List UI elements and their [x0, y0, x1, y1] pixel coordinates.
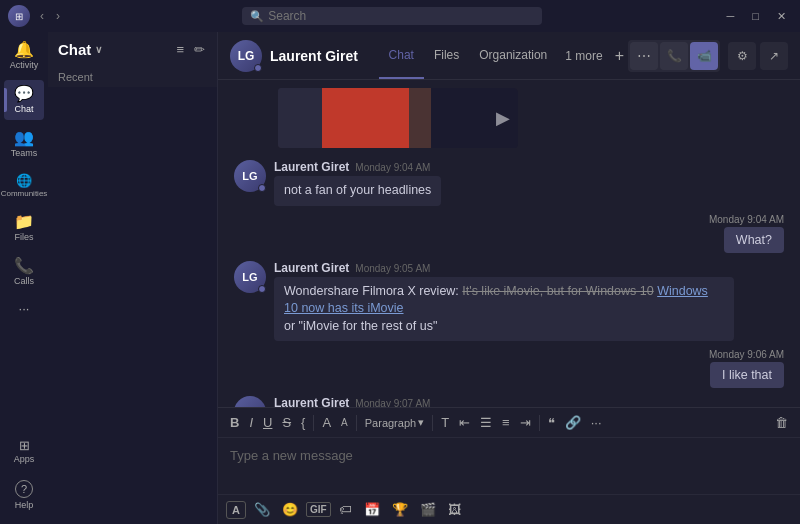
sidebar: 🔔 Activity 💬 Chat 👥 Teams 🌐 Communities …	[0, 32, 48, 524]
praise-button[interactable]: 🏆	[388, 499, 412, 520]
schedule-meeting-button[interactable]: 📅	[360, 499, 384, 520]
quote-button[interactable]: ❝	[544, 412, 559, 433]
message-bubble: Wondershare Filmora X review: It's like …	[274, 277, 734, 342]
sidebar-item-help[interactable]: ? Help	[4, 474, 44, 516]
tab-more[interactable]: 1 more	[557, 49, 610, 63]
message-text-second-line: or "iMovie for the rest of us"	[284, 319, 437, 333]
chat-list-header: Chat ∨ ≡ ✏	[48, 32, 217, 67]
forward-button[interactable]: ›	[52, 7, 64, 25]
popout-button[interactable]: ↗	[760, 42, 788, 70]
teams-icon: 👥	[14, 130, 34, 146]
more-format-button[interactable]: ···	[587, 412, 606, 433]
own-message-group: Monday 9:06 AM I like that	[234, 349, 784, 388]
message-avatar: LG	[234, 396, 266, 407]
maximize-button[interactable]: □	[746, 8, 765, 24]
message-content: Laurent Giret Monday 9:07 AM iPhone 12 P…	[274, 396, 734, 407]
outdent-button[interactable]: ⇤	[455, 412, 474, 433]
titlebar: ⊞ ‹ › 🔍 ─ □ ✕	[0, 0, 800, 32]
activity-icon: 🔔	[14, 42, 34, 58]
indent-button[interactable]: {	[297, 412, 309, 433]
search-icon: 🔍	[250, 10, 264, 23]
tab-organization-label: Organization	[479, 48, 547, 62]
online-dot	[258, 184, 266, 192]
compose-button[interactable]: ✏	[192, 40, 207, 59]
sidebar-item-label: Activity	[10, 60, 39, 70]
compose-input-area[interactable]: Type a new message	[218, 438, 800, 494]
filter-button[interactable]: ≡	[174, 40, 186, 59]
italic-button[interactable]: I	[245, 412, 257, 433]
minimize-button[interactable]: ─	[721, 8, 741, 24]
indent-right-button[interactable]: ⇥	[516, 412, 535, 433]
numbered-list-button[interactable]: ≡	[498, 412, 514, 433]
search-input[interactable]	[268, 9, 534, 23]
attach-button[interactable]: 📎	[250, 499, 274, 520]
tab-add-button[interactable]: +	[611, 47, 628, 65]
back-button[interactable]: ‹	[36, 7, 48, 25]
compose-bottom: A 📎 😊 GIF 🏷 📅 🏆 🎬 🖼	[218, 494, 800, 524]
recent-label: Recent	[48, 67, 217, 87]
message-group: LG Laurent Giret Monday 9:07 AM iPhone 1…	[234, 396, 784, 407]
emoji-button[interactable]: 😊	[278, 499, 302, 520]
user-avatar: ⊞	[8, 5, 30, 27]
chat-list-content[interactable]	[48, 87, 217, 524]
files-icon: 📁	[14, 214, 34, 230]
titlebar-right: ─ □ ✕	[721, 8, 792, 25]
chat-contact-name: Laurent Giret	[270, 48, 358, 64]
bullet-list-button[interactable]: ☰	[476, 412, 496, 433]
chat-contact-avatar: LG	[230, 40, 262, 72]
chat-icon: 💬	[14, 86, 34, 102]
chat-header-user: LG Laurent Giret	[230, 40, 375, 72]
strikethrough-button[interactable]: S	[278, 412, 295, 433]
shared-image: ▶	[278, 88, 518, 148]
close-button[interactable]: ✕	[771, 8, 792, 25]
sidebar-item-communities[interactable]: 🌐 Communities	[4, 168, 44, 204]
message-group: LG Laurent Giret Monday 9:04 AM not a fa…	[234, 160, 784, 206]
sidebar-item-label: Files	[14, 232, 33, 242]
own-message-content: Monday 9:04 AM What?	[709, 214, 784, 253]
more-options-button[interactable]: ⋯	[630, 42, 658, 70]
sticker-button[interactable]: 🏷	[335, 499, 356, 520]
help-icon: ?	[15, 480, 33, 498]
settings-button[interactable]: ⚙	[728, 42, 756, 70]
underline-button[interactable]: U	[259, 412, 276, 433]
main-layout: 🔔 Activity 💬 Chat 👥 Teams 🌐 Communities …	[0, 32, 800, 524]
sidebar-item-apps[interactable]: ⊞ Apps	[4, 433, 44, 470]
sidebar-item-label: Chat	[14, 104, 33, 114]
sidebar-item-more[interactable]: ···	[4, 296, 44, 321]
tab-files[interactable]: Files	[424, 32, 469, 79]
bold-button[interactable]: B	[226, 412, 243, 433]
audio-call-button[interactable]: 📞	[660, 42, 688, 70]
text-format-button[interactable]: T	[437, 412, 453, 433]
message-content: Laurent Giret Monday 9:05 AM Wondershare…	[274, 261, 734, 342]
sidebar-item-chat[interactable]: 💬 Chat	[4, 80, 44, 120]
sidebar-item-label: Calls	[14, 276, 34, 286]
own-message-group: Monday 9:04 AM What?	[234, 214, 784, 253]
font-color-button[interactable]: A	[318, 412, 335, 433]
sidebar-item-teams[interactable]: 👥 Teams	[4, 124, 44, 164]
discard-button[interactable]: 🗑	[771, 412, 792, 433]
own-message-time: Monday 9:04 AM	[709, 214, 784, 225]
compose-area: B I U S { A A Paragraph ▾ T ⇤ ☰ ≡ ⇥ ❝ 🔗 …	[218, 407, 800, 524]
tab-chat[interactable]: Chat	[379, 32, 424, 79]
message-avatar: LG	[234, 160, 266, 192]
message-text-strike: It's like iMovie, but for Windows 10	[462, 284, 653, 298]
sidebar-item-files[interactable]: 📁 Files	[4, 208, 44, 248]
sidebar-item-label: Apps	[14, 454, 35, 464]
stream-button[interactable]: 🎬	[416, 499, 440, 520]
chat-header-tabs: Chat Files Organization 1 more +	[379, 32, 628, 79]
chat-header-actions: ⋯ 📞 📹 ⚙ ↗	[628, 40, 788, 72]
link-button[interactable]: 🔗	[561, 412, 585, 433]
tab-chat-label: Chat	[389, 48, 414, 62]
avatar-initials: LG	[238, 49, 255, 63]
image-button[interactable]: 🖼	[444, 499, 465, 520]
toolbar-separator	[356, 415, 357, 431]
tab-organization[interactable]: Organization	[469, 32, 557, 79]
sidebar-item-calls[interactable]: 📞 Calls	[4, 252, 44, 292]
font-size-button[interactable]: A	[337, 414, 352, 431]
video-call-button[interactable]: 📹	[690, 42, 718, 70]
format-text-button[interactable]: A	[226, 501, 246, 519]
gif-button[interactable]: GIF	[306, 502, 331, 517]
sidebar-bottom: ⊞ Apps ? Help	[0, 433, 48, 524]
paragraph-dropdown[interactable]: Paragraph ▾	[361, 413, 428, 432]
sidebar-item-activity[interactable]: 🔔 Activity	[4, 36, 44, 76]
